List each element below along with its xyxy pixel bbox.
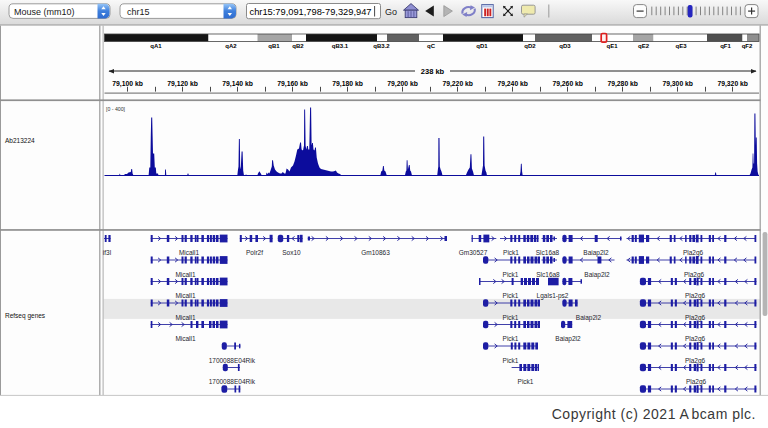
svg-text:Micall1: Micall1: [175, 335, 196, 342]
svg-text:chr15:79,091,798-79,329,947: chr15:79,091,798-79,329,947: [250, 7, 372, 17]
svg-text:qD1: qD1: [476, 43, 488, 49]
svg-text:Pick1: Pick1: [518, 378, 534, 385]
svg-text:Micall1: Micall1: [175, 314, 196, 321]
svg-text:Baiap2l2: Baiap2l2: [576, 314, 602, 322]
svg-text:Baiap2l2: Baiap2l2: [555, 335, 581, 343]
svg-text:Slc16a8: Slc16a8: [536, 271, 560, 278]
svg-text:Copyright (c) 2021 Abcam plc.: Copyright (c) 2021 Abcam plc.: [552, 406, 756, 422]
svg-text:Sox10: Sox10: [282, 249, 301, 256]
svg-text:qE3: qE3: [675, 43, 687, 49]
svg-text:Pick1: Pick1: [503, 357, 519, 364]
svg-text:qF2: qF2: [742, 43, 753, 49]
svg-text:Baiap2l2: Baiap2l2: [583, 249, 609, 257]
svg-text:if3l: if3l: [103, 249, 112, 256]
svg-text:qD2: qD2: [524, 43, 536, 49]
svg-text:Go: Go: [385, 7, 397, 17]
svg-text:Micall1: Micall1: [175, 292, 196, 299]
svg-text:1700088E04Rik: 1700088E04Rik: [209, 378, 256, 385]
svg-text:Refseq genes: Refseq genes: [5, 312, 46, 320]
svg-text:Pick1: Pick1: [503, 292, 519, 299]
svg-text:Lgals1-ps2: Lgals1-ps2: [537, 292, 569, 300]
svg-text:qF1: qF1: [720, 43, 731, 49]
svg-text:Pick1: Pick1: [503, 314, 519, 321]
svg-text:qA2: qA2: [225, 43, 237, 49]
svg-text:qB3.2: qB3.2: [373, 43, 390, 49]
svg-text:Pick1: Pick1: [503, 335, 519, 342]
svg-text:Gm10863: Gm10863: [361, 249, 390, 256]
svg-text:Pick1: Pick1: [503, 271, 519, 278]
svg-text:238 kb: 238 kb: [421, 67, 445, 76]
svg-text:Pla2g6: Pla2g6: [685, 335, 706, 343]
svg-text:qE1: qE1: [606, 43, 618, 49]
svg-text:Ab213224: Ab213224: [5, 137, 35, 144]
svg-text:Pla2g6: Pla2g6: [686, 378, 707, 386]
svg-text:Mouse (mm10): Mouse (mm10): [14, 7, 75, 17]
svg-text:qB3.1: qB3.1: [332, 43, 349, 49]
svg-text:Micall1: Micall1: [179, 249, 200, 256]
svg-text:Pla2g6: Pla2g6: [685, 314, 706, 322]
svg-text:[0 - 400]: [0 - 400]: [106, 106, 126, 112]
svg-text:Micall1: Micall1: [175, 271, 196, 278]
svg-text:Pla2g6: Pla2g6: [683, 249, 704, 257]
svg-text:1700088E04Rik: 1700088E04Rik: [209, 357, 256, 364]
svg-text:qA1: qA1: [150, 43, 162, 49]
svg-text:chr15: chr15: [127, 7, 150, 17]
svg-text:Polr2f: Polr2f: [246, 249, 263, 256]
svg-text:qC: qC: [427, 43, 436, 49]
svg-text:qD3: qD3: [559, 43, 571, 49]
svg-text:Pla2g6: Pla2g6: [685, 292, 706, 300]
svg-text:Slc16a8: Slc16a8: [536, 249, 560, 256]
svg-text:Pla2g6: Pla2g6: [684, 271, 705, 279]
svg-text:Pick1: Pick1: [503, 249, 519, 256]
svg-text:qB1: qB1: [268, 43, 280, 49]
svg-text:Baiap2l2: Baiap2l2: [584, 271, 610, 279]
svg-text:Pla2g6: Pla2g6: [685, 357, 706, 365]
svg-text:qE2: qE2: [638, 43, 650, 49]
svg-text:Gm30527: Gm30527: [459, 249, 488, 256]
svg-text:qB2: qB2: [292, 43, 304, 49]
